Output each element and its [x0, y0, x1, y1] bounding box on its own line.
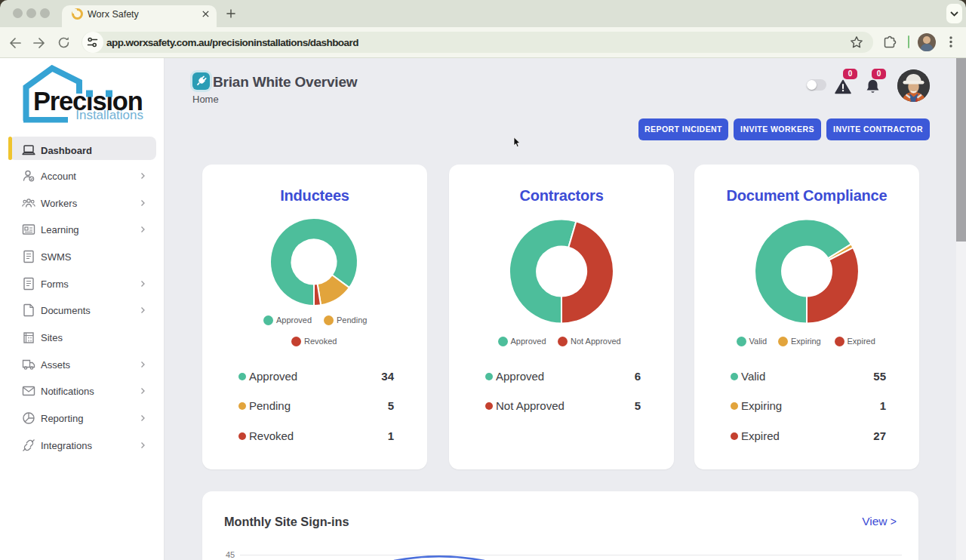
svg-text:Installations: Installations — [75, 108, 143, 122]
